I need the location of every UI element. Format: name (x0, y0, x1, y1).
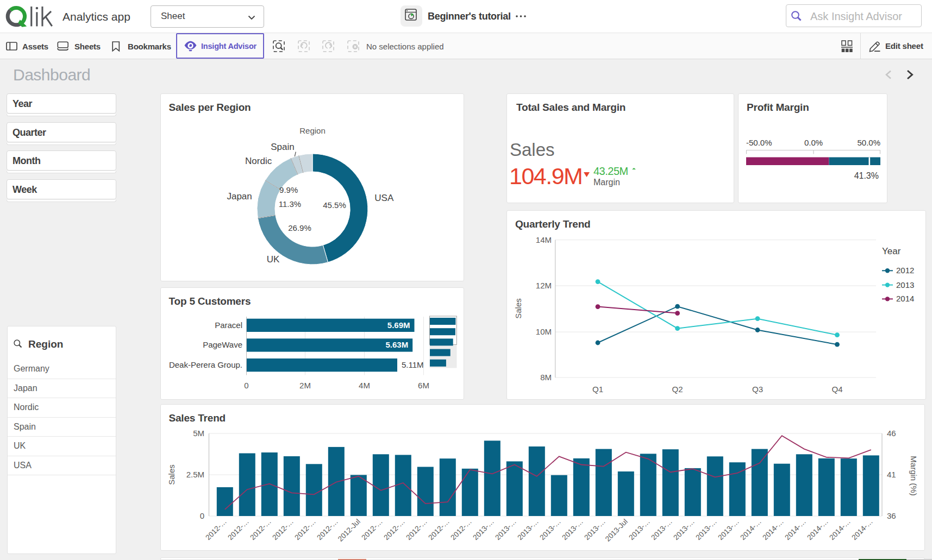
svg-text:Q1: Q1 (592, 385, 603, 394)
svg-text:2012-…: 2012-… (248, 518, 273, 542)
svg-text:0: 0 (199, 511, 204, 520)
svg-text:2014: 2014 (896, 294, 914, 303)
svg-text:Paracel: Paracel (215, 320, 242, 330)
svg-text:2013-…: 2013-… (583, 518, 607, 542)
svg-text:14M: 14M (536, 235, 552, 244)
svg-text:2012-…: 2012-… (360, 518, 384, 542)
svg-text:4M: 4M (359, 381, 370, 390)
svg-text:2013-Jul: 2013-Jul (603, 518, 629, 543)
svg-text:2012-…: 2012-… (293, 518, 317, 542)
svg-text:2013-…: 2013-… (538, 518, 562, 542)
svg-text:PageWave: PageWave (203, 340, 242, 349)
svg-text:2014-…: 2014-… (828, 518, 852, 542)
svg-text:UK: UK (266, 254, 279, 265)
svg-text:2013-…: 2013-… (560, 518, 585, 542)
svg-text:2013-…: 2013-… (672, 518, 696, 542)
svg-text:26.9%: 26.9% (288, 223, 311, 232)
svg-text:Q3: Q3 (752, 385, 763, 394)
svg-text:Q2: Q2 (672, 385, 683, 394)
svg-text:2013-…: 2013-… (694, 518, 718, 542)
svg-text:Deak-Perera Group.: Deak-Perera Group. (168, 360, 242, 369)
svg-text:9.9%: 9.9% (279, 185, 298, 194)
svg-text:2013-…: 2013-… (493, 518, 518, 542)
svg-text:11.3%: 11.3% (278, 199, 301, 209)
svg-text:46: 46 (887, 429, 896, 438)
svg-text:5M: 5M (193, 429, 204, 438)
svg-text:2M: 2M (299, 381, 311, 390)
svg-text:2014-…: 2014-… (805, 518, 830, 542)
svg-text:2012: 2012 (896, 266, 914, 275)
svg-text:2013-…: 2013-… (471, 518, 496, 542)
svg-text:Sales: Sales (167, 464, 176, 485)
svg-text:Nordic: Nordic (245, 156, 272, 166)
svg-text:0.0%: 0.0% (804, 138, 823, 147)
svg-text:2014-…: 2014-… (739, 518, 763, 542)
svg-text:41: 41 (887, 470, 896, 479)
svg-text:2012-…: 2012-… (404, 518, 429, 542)
svg-text:12M: 12M (536, 281, 552, 290)
svg-text:-50.0%: -50.0% (746, 138, 772, 147)
svg-text:2012-…: 2012-… (271, 518, 295, 542)
svg-text:2013-…: 2013-… (627, 518, 652, 542)
svg-text:5.63M: 5.63M (385, 340, 408, 349)
svg-text:Sales: Sales (514, 298, 523, 319)
svg-text:2013: 2013 (896, 280, 914, 290)
svg-text:10M: 10M (536, 327, 552, 336)
svg-text:2012-Jul: 2012-Jul (336, 518, 361, 543)
svg-text:45.5%: 45.5% (323, 200, 346, 210)
svg-text:2012-…: 2012-… (427, 518, 451, 542)
svg-text:2013-…: 2013-… (716, 518, 741, 542)
svg-text:5.11M: 5.11M (402, 360, 424, 369)
svg-text:2014-…: 2014-… (761, 518, 785, 542)
svg-text:41.3%: 41.3% (854, 171, 879, 180)
svg-text:2014-…: 2014-… (850, 518, 874, 542)
svg-text:5.69M: 5.69M (387, 320, 410, 330)
svg-text:2012-…: 2012-… (204, 518, 228, 542)
svg-text:Region: Region (299, 126, 326, 135)
svg-text:50.0%: 50.0% (857, 138, 880, 147)
svg-text:2012-…: 2012-… (315, 518, 340, 542)
svg-text:USA: USA (374, 193, 394, 203)
svg-text:Spain: Spain (271, 142, 294, 152)
svg-text:2.5M: 2.5M (186, 470, 204, 479)
svg-text:36: 36 (887, 511, 896, 520)
svg-text:2012-…: 2012-… (226, 518, 251, 542)
svg-text:2012-…: 2012-… (449, 518, 473, 542)
svg-text:8M: 8M (540, 373, 552, 382)
svg-text:2013-…: 2013-… (649, 518, 674, 542)
svg-text:2012-…: 2012-… (382, 518, 406, 542)
svg-text:2014-…: 2014-… (783, 518, 808, 542)
svg-text:Margin (%): Margin (%) (909, 456, 918, 495)
svg-text:Q4: Q4 (831, 385, 842, 394)
svg-text:0: 0 (244, 381, 248, 390)
svg-text:Japan: Japan (227, 191, 252, 202)
svg-text:6M: 6M (418, 381, 429, 390)
svg-text:2013-…: 2013-… (516, 518, 540, 542)
svg-text:Year: Year (882, 246, 901, 256)
